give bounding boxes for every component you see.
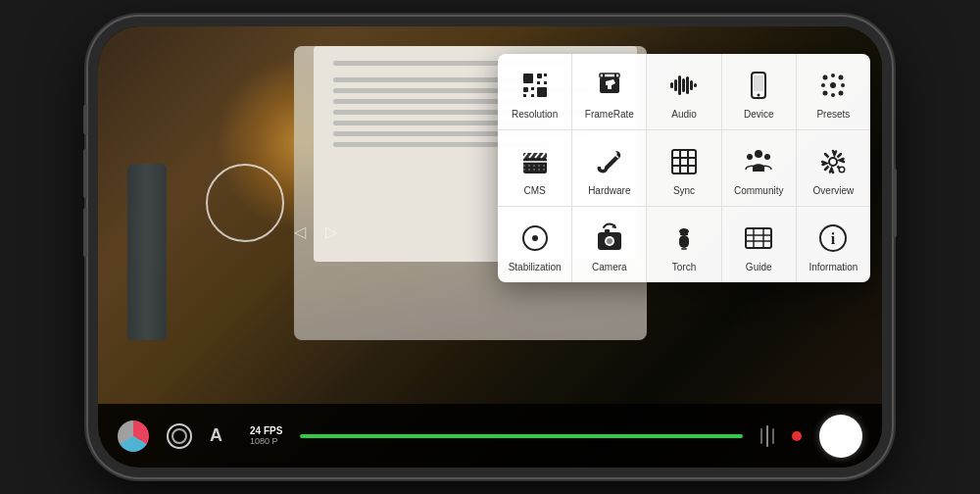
menu-item-resolution[interactable]: Resolution bbox=[498, 54, 572, 129]
menu-item-hardware[interactable]: Hardware bbox=[572, 130, 647, 206]
svg-rect-8 bbox=[531, 87, 534, 90]
shutter-button[interactable] bbox=[819, 415, 862, 458]
svg-rect-3 bbox=[523, 87, 528, 92]
menu-row-1: Resolution FrameRate bbox=[498, 54, 870, 130]
right-arrow-icon: ▷ bbox=[325, 222, 337, 241]
audio-label: Audio bbox=[671, 109, 697, 120]
svg-text:i: i bbox=[831, 230, 836, 247]
auto-control[interactable]: A bbox=[210, 425, 222, 446]
volume-down-button[interactable] bbox=[83, 208, 87, 257]
menu-item-overview[interactable]: Overview bbox=[797, 130, 870, 206]
menu-item-camera[interactable]: Camera bbox=[572, 207, 647, 282]
hardware-label: Hardware bbox=[588, 185, 630, 196]
svg-rect-6 bbox=[544, 81, 547, 84]
exposure-bar[interactable] bbox=[300, 434, 743, 438]
camera-controls-bar: A 24 FPS 1080 P bbox=[98, 404, 882, 468]
resolution-label: Resolution bbox=[512, 109, 558, 120]
power-button[interactable] bbox=[893, 169, 897, 237]
svg-rect-15 bbox=[682, 78, 685, 92]
stabilization-label: Stabilization bbox=[509, 262, 562, 272]
tick bbox=[772, 428, 774, 444]
svg-point-27 bbox=[831, 74, 835, 77]
settings-menu: Resolution FrameRate bbox=[498, 54, 870, 282]
community-label: Community bbox=[734, 185, 784, 196]
menu-item-presets[interactable]: Presets bbox=[797, 54, 870, 129]
svg-rect-54 bbox=[679, 235, 689, 248]
bottle-silhouette bbox=[127, 164, 167, 340]
menu-item-device[interactable]: Device bbox=[722, 54, 797, 129]
record-indicator bbox=[792, 431, 802, 441]
camera-label: Camera bbox=[592, 262, 627, 272]
cms-icon bbox=[517, 144, 553, 179]
menu-item-framerate[interactable]: FrameRate bbox=[572, 54, 647, 129]
svg-point-25 bbox=[823, 91, 828, 96]
svg-point-22 bbox=[830, 82, 836, 88]
resolution-icon bbox=[517, 68, 553, 103]
sync-icon bbox=[666, 144, 702, 179]
svg-rect-13 bbox=[674, 79, 677, 91]
svg-rect-2 bbox=[544, 74, 547, 76]
svg-point-23 bbox=[823, 75, 828, 80]
camera-icon bbox=[592, 221, 627, 256]
torch-icon bbox=[666, 221, 702, 256]
volume-up-button[interactable] bbox=[83, 149, 87, 198]
framerate-label: FrameRate bbox=[585, 109, 634, 120]
svg-rect-0 bbox=[523, 74, 533, 83]
information-icon: i bbox=[815, 221, 851, 256]
mute-button[interactable] bbox=[83, 105, 87, 134]
menu-item-guide[interactable]: Guide bbox=[722, 207, 797, 282]
svg-rect-53 bbox=[680, 232, 688, 235]
svg-rect-7 bbox=[531, 94, 534, 97]
left-arrow-icon: ◁ bbox=[294, 222, 306, 241]
svg-point-50 bbox=[607, 238, 612, 244]
nav-arrows: ◁ ▷ bbox=[294, 222, 337, 241]
svg-rect-51 bbox=[605, 229, 610, 233]
svg-rect-56 bbox=[746, 228, 771, 248]
svg-point-47 bbox=[532, 235, 538, 241]
svg-rect-4 bbox=[523, 94, 526, 97]
presets-icon bbox=[815, 68, 851, 103]
menu-item-community[interactable]: Community bbox=[722, 130, 797, 206]
menu-item-information[interactable]: i Information bbox=[797, 207, 870, 282]
phone-frame: ◁ ▷ bbox=[88, 17, 892, 477]
svg-rect-17 bbox=[690, 80, 693, 90]
svg-point-30 bbox=[841, 83, 845, 87]
menu-item-torch[interactable]: Torch bbox=[647, 207, 721, 282]
menu-item-sync[interactable]: Sync bbox=[647, 130, 721, 206]
iris-control[interactable] bbox=[118, 420, 149, 452]
menu-item-stabilization[interactable]: Stabilization bbox=[498, 207, 572, 282]
svg-rect-5 bbox=[537, 87, 547, 97]
svg-point-21 bbox=[758, 94, 760, 97]
svg-rect-55 bbox=[681, 248, 687, 250]
hardware-icon bbox=[592, 144, 627, 179]
focus-indicator bbox=[206, 164, 284, 242]
svg-point-28 bbox=[831, 93, 835, 97]
svg-point-45 bbox=[840, 168, 844, 172]
overview-label: Overview bbox=[813, 185, 855, 196]
fps-value: 24 FPS bbox=[250, 425, 282, 436]
svg-rect-9 bbox=[537, 81, 540, 84]
svg-rect-34 bbox=[672, 150, 696, 173]
svg-rect-14 bbox=[678, 75, 681, 95]
framerate-icon bbox=[592, 68, 627, 103]
svg-point-24 bbox=[839, 75, 844, 80]
device-icon bbox=[741, 68, 776, 103]
cms-label: CMS bbox=[523, 185, 545, 196]
presets-label: Presets bbox=[816, 109, 850, 120]
menu-item-audio[interactable]: Audio bbox=[647, 54, 721, 129]
svg-point-43 bbox=[830, 159, 836, 165]
focus-control[interactable] bbox=[167, 423, 192, 449]
sync-label: Sync bbox=[673, 185, 695, 196]
svg-point-33 bbox=[601, 166, 605, 170]
menu-item-cms[interactable]: CMS bbox=[498, 130, 572, 206]
information-label: Information bbox=[808, 262, 858, 272]
svg-rect-16 bbox=[686, 76, 689, 94]
overview-icon bbox=[815, 144, 851, 179]
fps-resolution-display: 24 FPS 1080 P bbox=[250, 425, 282, 446]
svg-point-41 bbox=[764, 154, 770, 160]
svg-rect-18 bbox=[694, 83, 697, 87]
guide-icon bbox=[741, 221, 776, 256]
svg-rect-12 bbox=[670, 82, 673, 88]
device-label: Device bbox=[744, 109, 774, 120]
svg-point-26 bbox=[839, 91, 844, 96]
